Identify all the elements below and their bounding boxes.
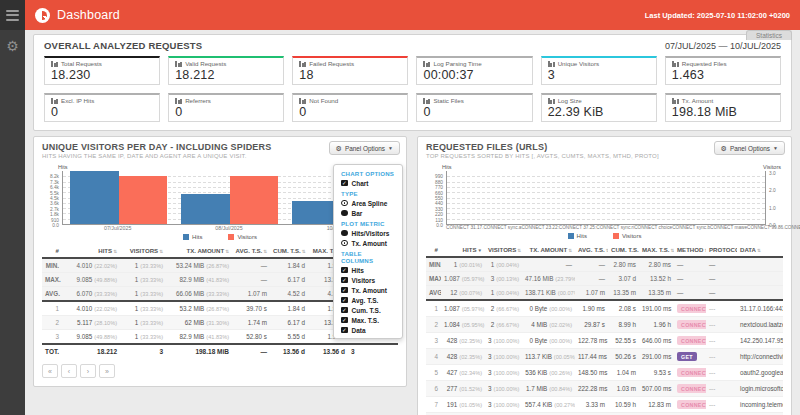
menu-item-label: Hits/Visitors: [352, 230, 390, 237]
column-header-[interactable]: #: [426, 243, 441, 257]
bar-group: [67, 171, 170, 224]
y2-axis-ticks: 3.02.01.00.0: [766, 171, 781, 225]
table-row[interactable]: 7191(01.05%)3(100.00%)557.4 KiB(00.27%)3…: [426, 397, 783, 413]
menu-item-hits[interactable]: ✓Hits: [334, 265, 402, 275]
pagination: «‹›»: [34, 358, 406, 386]
column-header-cum-t-s[interactable]: CUM. T.S.⇅: [608, 243, 639, 257]
column-header-cum-t-s[interactable]: CUM. T.S.⇅: [270, 244, 308, 258]
chart-icon: [175, 98, 182, 104]
card-label: Requested Files: [672, 60, 774, 67]
page-last-button[interactable]: »: [99, 364, 115, 378]
column-header-hits[interactable]: HITS▼: [441, 243, 485, 257]
column-header-protocol[interactable]: PROTOCOL⇅: [706, 243, 737, 257]
card-label: Failed Requests: [299, 60, 401, 67]
menu-item-tx-amount[interactable]: Tx. Amount: [334, 238, 402, 248]
sort-icon: ⇅: [302, 249, 306, 254]
menu-item-label: Tx. Amount: [352, 287, 388, 294]
y-axis-ticks: 8.2k7.3k6.4k5.5k4.5k3.6k2.7k1.8k9100.0: [44, 171, 62, 225]
menu-item-cum-t-s[interactable]: ✓Cum. T.S.: [334, 305, 402, 315]
table-row[interactable]: 6277(01.52%)3(100.00%)1.7 MiB(00.84%)222…: [426, 381, 783, 397]
hits-bar: [181, 194, 230, 224]
summary-card-requested-files: Requested Files1.463: [665, 56, 781, 85]
panel-options-menu: CHART OPTIONS✓ChartTYPEArea SplineBarPLO…: [333, 164, 403, 339]
menu-item-chart[interactable]: ✓Chart: [334, 178, 402, 188]
menu-item-hits-visitors[interactable]: Hits/Visitors: [334, 228, 402, 238]
menu-section-header: TYPE: [334, 188, 402, 198]
column-header-method[interactable]: METHOD⇅: [674, 243, 706, 257]
summary-cards-row-1: Total Requests18.230Valid Requests18.212…: [34, 54, 791, 93]
caret-down-icon: ▼: [773, 145, 778, 151]
menu-item-bar[interactable]: Bar: [334, 208, 402, 218]
table-row[interactable]: 5427(02.34%)3(100.00%)536 KiB(00.26%)148…: [426, 365, 783, 381]
hits-bar: [70, 171, 119, 224]
summary-card-valid-requests: Valid Requests18.212: [168, 56, 284, 85]
menu-item-label: Cum. T.S.: [352, 307, 381, 314]
summary-card-log-parsing-time: Log Parsing Time00:00:37: [416, 56, 532, 85]
card-value: 18: [299, 68, 401, 82]
table-total-row: TOT.18.2123198.18 MiB—13.56 d13.56 d3: [42, 344, 398, 358]
column-header-visitors[interactable]: VISITORS⇅: [485, 243, 522, 257]
column-header-tx-amount[interactable]: TX. AMOUNT⇅: [522, 243, 575, 257]
summary-card-static-files: Static Files0: [416, 93, 532, 122]
legend-item-hits: Hits: [568, 233, 587, 239]
menu-item-avg-t-s[interactable]: ✓Avg. T.S.: [334, 295, 402, 305]
x-axis-labels: CONNECT 31.17.CONNECT sync.aCONNECT 23.2…: [446, 225, 766, 230]
checkbox-icon: ✓: [341, 307, 348, 314]
menu-item-visitors[interactable]: ✓Visitors: [334, 275, 402, 285]
page-first-button[interactable]: «: [42, 364, 58, 378]
radio-icon: [341, 230, 348, 237]
column-header-avg-t-s[interactable]: AVG. T.S.⇅: [575, 243, 608, 257]
checkbox-icon: ✓: [341, 317, 348, 324]
hamburger-menu-icon[interactable]: [0, 0, 25, 30]
column-header-visitors[interactable]: VISITORS⇅: [120, 244, 166, 258]
menu-item-area-spline[interactable]: Area Spline: [334, 198, 402, 208]
requested-files-table: #HITS▼VISITORS⇅TX. AMOUNT⇅AVG. T.S.⇅CUM.…: [418, 241, 791, 415]
summary-card-unique-visitors: Unique Visitors3: [541, 56, 657, 85]
card-value: 0: [175, 105, 277, 119]
chart-icon: [423, 98, 430, 104]
table-row[interactable]: 11.087(05.97%)2(66.67%)0 Byte(00.00%)1.9…: [426, 300, 783, 317]
legend-swatch: [228, 234, 234, 240]
table-row[interactable]: 3428(02.35%)3(100.00%)0 Byte(00.00%)122.…: [426, 333, 783, 349]
column-header-hits[interactable]: HITS⇅: [62, 244, 120, 258]
panel-options-button[interactable]: ⚙ Panel Options ▼: [329, 141, 400, 155]
column-header-tx-amount[interactable]: TX. AMOUNT⇅: [166, 244, 232, 258]
table-row[interactable]: 4428(02.35%)3(100.00%)113.7 KiB(00.05%)1…: [426, 349, 783, 365]
column-header-[interactable]: #: [42, 244, 62, 258]
card-label: Log Parsing Time: [423, 60, 525, 67]
checkbox-icon: ✓: [341, 297, 348, 304]
radio-icon: [341, 200, 348, 207]
summary-cards-row-2: Excl. IP Hits0Referrers0Not Found0Static…: [34, 93, 791, 130]
unique-visitors-panel: UNIQUE VISITORS PER DAY - INCLUDING SPID…: [33, 136, 407, 387]
sort-icon: ⇅: [670, 248, 674, 253]
menu-item-label: Max. T.S.: [352, 317, 379, 324]
table-row[interactable]: 21.084(05.95%)2(66.67%)4 MiB(02.02%)29.8…: [426, 317, 783, 333]
radio-icon: [341, 210, 348, 217]
menu-item-label: Visitors: [352, 277, 376, 284]
page-prev-button[interactable]: ‹: [61, 364, 77, 378]
checkbox-icon: ✓: [341, 180, 348, 187]
legend-item-visitors: Visitors: [613, 233, 642, 239]
card-label: Log Size: [548, 97, 650, 104]
column-header-data[interactable]: DATA⇅: [737, 243, 783, 257]
settings-gear-icon[interactable]: ⚙: [6, 39, 19, 53]
menu-item-max-t-s[interactable]: ✓Max. T.S.: [334, 315, 402, 325]
requested-files-chart[interactable]: [446, 171, 766, 225]
visitors-bar: [230, 176, 279, 224]
column-header-max-t-s[interactable]: MAX. T.S.⇅: [639, 243, 674, 257]
menu-item-data[interactable]: ✓Data: [334, 325, 402, 335]
y-axis-ticks: 9908807706605504403302201100.0: [428, 171, 446, 225]
sort-icon: ⇅: [159, 249, 163, 254]
menu-section-header: CHART OPTIONS: [334, 168, 402, 178]
card-value: 0: [299, 105, 401, 119]
menu-item-tx-amount[interactable]: ✓Tx. Amount: [334, 285, 402, 295]
card-label: Referrers: [175, 97, 277, 104]
card-value: 0: [423, 105, 525, 119]
column-header-avg-t-s[interactable]: AVG. T.S.⇅: [232, 244, 270, 258]
panel-options-button[interactable]: ⚙ Panel Options ▼: [714, 141, 785, 155]
page-next-button[interactable]: ›: [80, 364, 96, 378]
table-meta-row: MIN.1(00.01%)1(00.04%)——2.80 ms2.80 ms——: [426, 257, 783, 272]
method-badge-connect: CONNECT: [677, 400, 706, 409]
card-label: Static Files: [423, 97, 525, 104]
chart-icon: [299, 98, 306, 104]
